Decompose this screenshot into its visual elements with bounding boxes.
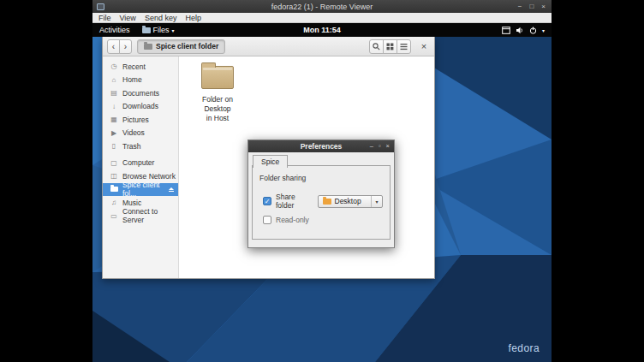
menu-view[interactable]: View [116, 13, 140, 23]
folder-icon [110, 187, 118, 192]
sidebar-item-pictures[interactable]: ▦Pictures [103, 113, 178, 127]
sidebar-item-home[interactable]: ⌂Home [103, 74, 178, 87]
fedora-logo: fedora [509, 342, 540, 354]
network-icon: ◫ [110, 172, 118, 180]
music-icon: ♫ [110, 199, 118, 206]
remote-viewer-titlebar: fedora22 (1) - Remote Viewer − □ × [92, 0, 552, 13]
documents-icon: ▤ [110, 89, 118, 97]
pictures-icon: ▦ [110, 116, 118, 123]
app-menu-label: Files [153, 26, 170, 34]
preferences-frame: Folder sharing ✓ Share folder Desktop ▾ … [252, 165, 391, 240]
read-only-checkbox[interactable] [263, 216, 271, 224]
folder-select-dropdown[interactable]: Desktop ▾ [318, 195, 384, 208]
hamburger-icon [400, 43, 408, 50]
back-button[interactable]: ‹ [107, 39, 120, 54]
menu-file[interactable]: File [94, 13, 116, 23]
app-menu-files[interactable]: Files ▾ [137, 26, 180, 34]
screen: fedora22 (1) - Remote Viewer − □ × File … [0, 0, 644, 362]
minimize-button[interactable]: − [518, 0, 522, 13]
files-close-button[interactable]: × [418, 41, 430, 51]
folder-icon [144, 44, 152, 50]
grid-icon [386, 43, 394, 50]
activities-button[interactable]: Activities [92, 23, 137, 37]
remote-viewer-menubar: File View Send key Help [92, 13, 552, 23]
menu-button[interactable] [397, 39, 411, 54]
gnome-topbar: Activities Files ▾ Mon 11:54 ▾ [92, 23, 552, 37]
search-icon [373, 43, 380, 50]
file-item-label: Folder on Desktop in Host [189, 95, 246, 123]
volume-icon [516, 27, 524, 34]
remote-viewer-title: fedora22 (1) - Remote Viewer [92, 3, 552, 11]
menu-send-key[interactable]: Send key [140, 13, 182, 23]
sidebar-item-computer[interactable]: ▢Computer [103, 157, 178, 170]
share-folder-checkbox[interactable]: ✓ [263, 197, 271, 205]
close-button[interactable]: × [386, 140, 390, 152]
sidebar-item-spice-client-folder[interactable]: Spice client fol... [103, 183, 178, 197]
tab-spice[interactable]: Spice [253, 155, 288, 168]
chevron-down-icon: ▾ [542, 27, 545, 33]
sidebar-item-videos[interactable]: ▶Videos [103, 127, 178, 140]
window-icon [502, 27, 510, 34]
folder-sharing-label: Folder sharing [259, 174, 383, 182]
computer-icon: ▢ [110, 159, 118, 167]
files-app-icon [142, 27, 151, 33]
menu-help[interactable]: Help [181, 13, 206, 23]
files-sidebar: ◷Recent ⌂Home ▤Documents ↓Downloads ▦Pic… [103, 56, 179, 278]
folder-select-value: Desktop [335, 197, 372, 205]
read-only-label: Read-only [276, 216, 309, 224]
share-folder-label: Share folder [276, 193, 308, 210]
chevron-down-icon: ▾ [172, 27, 175, 33]
home-icon: ⌂ [110, 76, 118, 84]
remote-viewer-window: fedora22 (1) - Remote Viewer − □ × File … [92, 0, 552, 362]
maximize-button[interactable]: □ [529, 0, 534, 13]
chevron-down-icon: ▾ [371, 196, 382, 207]
sidebar-item-trash[interactable]: ▯Trash [103, 139, 178, 153]
remote-viewer-app-icon [97, 3, 104, 10]
forward-button[interactable]: › [119, 39, 132, 54]
eject-icon[interactable] [169, 187, 174, 192]
preferences-titlebar: Preferences – ▫ × [248, 140, 394, 152]
power-icon [529, 27, 537, 34]
search-button[interactable] [369, 39, 384, 54]
folder-icon [323, 199, 331, 205]
minimize-button[interactable]: – [370, 140, 373, 152]
desktop[interactable]: fedora ‹ › Spice client folder [92, 37, 552, 362]
files-headerbar: ‹ › Spice client folder [103, 37, 434, 56]
location-label: Spice client folder [156, 42, 218, 50]
sidebar-item-downloads[interactable]: ↓Downloads [103, 100, 178, 114]
status-area[interactable]: ▾ [502, 27, 552, 34]
sidebar-item-connect-to-server[interactable]: ▭Connect to Server [103, 210, 178, 223]
recent-icon: ◷ [110, 62, 118, 70]
videos-icon: ▶ [110, 129, 118, 137]
file-item-folder[interactable]: Folder on Desktop in Host [189, 62, 246, 123]
close-button[interactable]: × [541, 0, 546, 13]
downloads-icon: ↓ [110, 103, 118, 110]
server-icon: ▭ [110, 212, 118, 220]
sidebar-item-documents[interactable]: ▤Documents [103, 86, 178, 100]
grid-view-button[interactable] [383, 39, 397, 54]
preferences-dialog: Preferences – ▫ × Spice Folder sharing ✓… [247, 139, 395, 248]
location-button[interactable]: Spice client folder [137, 39, 225, 54]
maximize-button[interactable]: ▫ [379, 140, 381, 152]
folder-icon [201, 66, 234, 89]
trash-icon: ▯ [110, 142, 118, 150]
sidebar-item-recent[interactable]: ◷Recent [103, 60, 178, 74]
